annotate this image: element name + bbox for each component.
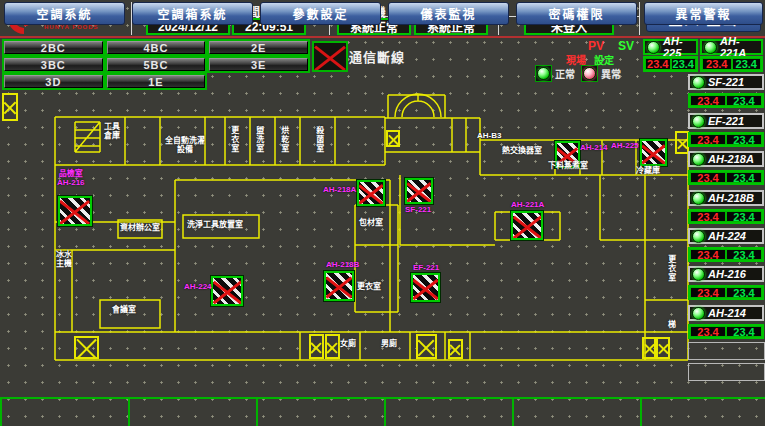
nav-parameter-settings-button[interactable]: 參數設定 (260, 2, 381, 25)
unit-pv-value: 23.4 (690, 211, 726, 222)
nav-password-permission-button[interactable]: 密碼權限 (516, 2, 637, 25)
nav-separator (384, 399, 386, 426)
unit-pv-value: 23.4 (690, 95, 726, 106)
unit-status-led (692, 76, 705, 89)
map-unit-label: AH-221A (511, 201, 544, 210)
empty-unit-slot (688, 363, 765, 381)
map-unit-label: SF-221 (405, 206, 431, 215)
room-label: 洗淨工具放置室 (187, 221, 243, 230)
unit-block: AH-224 23.4 23.4 (688, 228, 764, 264)
ahu-offline-icon[interactable] (511, 211, 543, 240)
unit-sv-value: 23.4 (726, 172, 762, 183)
unit-block: AH-218B 23.4 23.4 (688, 190, 764, 226)
unit-pv-value: 23.4 (702, 58, 732, 70)
unit-pv-value: 23.4 (690, 134, 726, 145)
unit-name: AH-224 (708, 230, 746, 242)
ahu-offline-icon[interactable] (58, 196, 92, 226)
unit-pv-value: 23.4 (690, 326, 726, 337)
unit-name-row[interactable]: AH-224 (688, 228, 764, 244)
unit-pv-value: 23.4 (645, 58, 671, 70)
room-label: 會議室 (112, 306, 136, 315)
ahu-offline-icon[interactable] (357, 180, 385, 206)
map-unit-label: AH-218B (326, 261, 359, 270)
unit-pv-value: 23.4 (690, 249, 726, 260)
room-label: 男廁 (381, 340, 397, 349)
unit-block: AH-216 23.4 23.4 (688, 266, 764, 302)
room-label: 冷藏庫 (636, 167, 660, 176)
unit-value-pair: 23.4 23.4 (688, 132, 764, 147)
nav-separator (128, 399, 130, 426)
door-hatch-icon (642, 337, 656, 359)
unit-value-pair: 23.4 23.4 (688, 209, 764, 224)
map-unit-label: AH-224 (184, 283, 212, 292)
unit-name: AH-218B (708, 192, 754, 204)
ahu-offline-icon[interactable] (411, 273, 440, 302)
unit-sv-value: 23.4 (726, 249, 762, 260)
unit-value-pair: 23.4 23.4 (688, 93, 764, 108)
nav-alarm-button[interactable]: 異常警報 (644, 2, 763, 25)
unit-sv-value: 23.4 (726, 287, 762, 298)
nav-separator (256, 399, 258, 426)
unit-value-pair: 23.4 23.4 (688, 170, 764, 185)
unit-pv-value: 23.4 (690, 287, 726, 298)
nav-separator (512, 399, 514, 426)
unit-status-led (692, 307, 705, 320)
stairs-icon (75, 122, 100, 152)
ahu-offline-icon[interactable] (324, 271, 354, 301)
unit-name: SF-221 (708, 76, 744, 88)
room-label: 資材辦公室 (120, 224, 160, 233)
door-hatch-icon (386, 130, 400, 147)
room-label: 更衣室 (357, 283, 381, 292)
unit-name-row[interactable]: AH-216 (688, 266, 764, 282)
unit-name-row[interactable]: AH-218A (688, 151, 764, 167)
room-label: 盥洗室 (254, 126, 263, 153)
room-label: 熱交換器室 (502, 147, 542, 156)
room-label: 包材室 (359, 219, 383, 228)
unit-status-led (647, 41, 660, 54)
room-label: 冰水 主機 (56, 251, 72, 269)
unit-name-row[interactable]: SF-221 (688, 74, 764, 90)
unit-name-row[interactable]: AH-218B (688, 190, 764, 206)
unit-sv-value: 23.4 (726, 95, 762, 106)
room-label: 工具 倉庫 (104, 123, 120, 141)
ahu-offline-icon[interactable] (211, 276, 243, 306)
door-hatch-icon (2, 93, 18, 121)
ahu-offline-icon[interactable] (640, 139, 667, 166)
room-label: 烘乾室 (279, 126, 288, 153)
room-label: 殺菌室 (314, 126, 323, 153)
unit-sv-value: 23.4 (726, 211, 762, 222)
unit-name-row[interactable]: AH-221A (700, 39, 763, 55)
unit-name-row[interactable]: EF-221 (688, 113, 764, 129)
unit-name-row[interactable]: AH-225 (643, 39, 698, 55)
nav-separator (0, 399, 2, 426)
door-hatch-icon (416, 334, 437, 359)
unit-status-led (692, 115, 705, 128)
unit-status-led (692, 268, 705, 281)
unit-block: SF-221 23.4 23.4 (688, 74, 764, 110)
unit-value-pair: 23.4 23.4 (688, 324, 764, 339)
nav-ac-system-button[interactable]: 空調系統 (4, 2, 125, 25)
unit-sv-value: 23.4 (732, 58, 762, 70)
room-label: 下料蒸煮室 (548, 162, 588, 171)
door-hatch-icon (675, 131, 689, 154)
door-hatch-icon (448, 339, 463, 359)
map-unit-label: AH-214 (580, 144, 608, 153)
unit-name: AH-216 (708, 268, 746, 280)
unit-block: AH-214 23.4 23.4 (688, 305, 764, 341)
unit-value-pair: 23.4 23.4 (643, 56, 698, 72)
unit-sv-value: 23.4 (726, 326, 762, 337)
room-label: 更衣室 (666, 255, 675, 282)
unit-name: AH-218A (708, 153, 754, 165)
nav-meter-monitor-button[interactable]: 儀表監視 (388, 2, 509, 25)
map-unit-label: AH-225 (611, 142, 639, 151)
room-label: AH-B3 (477, 132, 501, 141)
room-label: 更衣室 (229, 126, 238, 153)
room-label: 女廁 (340, 340, 356, 349)
door-hatch-icon (74, 336, 99, 359)
unit-value-pair: 23.4 23.4 (688, 247, 764, 262)
nav-ahu-system-button[interactable]: 空調箱系統 (132, 2, 253, 25)
ahu-offline-icon[interactable] (405, 178, 433, 204)
map-unit-label: 品檢室 AH-216 (57, 170, 85, 188)
door-hatch-icon (325, 334, 340, 359)
unit-name-row[interactable]: AH-214 (688, 305, 764, 321)
